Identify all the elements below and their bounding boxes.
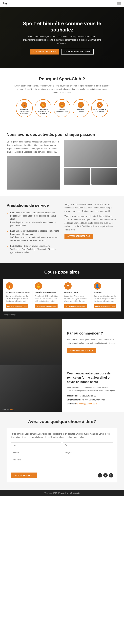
footer: Copyright 2020 - It's Just The Text Temp… xyxy=(0,490,124,496)
testimonials-box: Faites partie de votre communauté, faite… xyxy=(7,428,117,482)
activities-text: Lorem ipsum dolor sit amet, consectetur … xyxy=(7,140,60,154)
why-icon-item-0[interactable]: 🏃COURS DE SIGNATURE ILLIMITÉES xyxy=(16,99,33,117)
services-section: Prestations de service ✓Entraînement per… xyxy=(0,196,124,263)
course-card-0: 🔥 MÉLANGE DE REMISE EN FORME Sample text… xyxy=(3,279,33,312)
course-card-3: 👤 PERSONNEL Sample text. Click to select… xyxy=(91,279,121,312)
services-title: Prestations de service xyxy=(7,203,60,208)
service-item-0: ✓Entraînement personnel : programmes d'e… xyxy=(7,211,60,227)
courses-section: Cours populaires 🔥 MÉLANGE DE REMISE EN … xyxy=(0,263,124,319)
activities-image-3 xyxy=(91,168,118,184)
why-section: Pourquoi Sport-Club ? Lorem ipsum dolor … xyxy=(0,68,124,126)
why-description: Lorem ipsum dolor sit amet, consectetur … xyxy=(14,84,110,94)
submit-btn[interactable]: CONTACTEZ-NOUS xyxy=(11,472,37,478)
why-title: Pourquoi Sport-Club ? xyxy=(10,76,114,82)
footer-text: Copyright 2020 - It's Just The Text Temp… xyxy=(44,492,80,494)
contact-content: Commencez votre parcours de remise en fo… xyxy=(62,365,124,412)
why-icons: 🏃COURS DE SIGNATURE ILLIMITÉES💪FORMATION… xyxy=(10,99,114,117)
service-item-1: ✓Entraînement cardiovasculaire et fracti… xyxy=(7,230,60,242)
course-card-2: ❤ COURS DE CARDIO Sample text. Click to … xyxy=(62,279,91,312)
hero-description: En tant que membre, vous avez accès à de… xyxy=(22,35,102,45)
logo: logo xyxy=(3,2,8,5)
testimonials-title: Avez-vous quelque chose à dire? xyxy=(7,419,117,424)
twitter-icon[interactable]: t xyxy=(103,473,108,478)
start-title: Par où commencer ? xyxy=(67,331,119,336)
email-input[interactable] xyxy=(63,442,113,448)
contact-phone: Téléphone : + 1 (232) 252 55 22 xyxy=(67,394,119,398)
course-btn-0[interactable]: APPRENDRE ENCORE PLUS xyxy=(6,304,28,308)
start-content: Par où commencer ? Sample text. Lorem ip… xyxy=(62,319,124,365)
social-icons: f t G+ xyxy=(98,473,113,478)
facebook-icon[interactable]: f xyxy=(98,473,102,478)
course-btn-1[interactable]: APPRENDRE ENCORE PLUS xyxy=(35,304,58,308)
start-section: Par où commencer ? Sample text. Lorem ip… xyxy=(0,319,124,365)
service-item-2: ✓Body Building : Crée un physique muscul… xyxy=(7,244,60,254)
contact-form: CONTACTEZ-NOUS f t G+ xyxy=(11,442,113,478)
why-icon-item-4[interactable]: 🏠ENTRAÎNEMENTS À DOMICILE xyxy=(91,99,108,117)
hero-section: Sport et bien-être comme vous le souhait… xyxy=(0,7,124,68)
activities-image-1 xyxy=(64,140,117,167)
course-btn-3[interactable]: APPRENDRE ENCORE PLUS xyxy=(94,304,117,308)
testimonial-text: Faites partie de votre communauté, faite… xyxy=(11,432,113,439)
activities-section: Nous avons des activités pour chaque pas… xyxy=(0,126,124,196)
courses-title: Cours populaires xyxy=(0,270,124,275)
courses-grid: 🔥 MÉLANGE DE REMISE EN FORME Sample text… xyxy=(0,279,124,312)
contact-email: Courriel : template@sample.com xyxy=(67,402,119,406)
hamburger-menu[interactable] xyxy=(117,2,121,4)
services-learn-btn[interactable]: APPRENDRE ENCORE PLUS xyxy=(64,234,93,238)
services-right-text-1: Sed julusar pron gravida tienitent lectu… xyxy=(64,203,117,213)
hero-title: Sport et bien-être comme vous le souhait… xyxy=(21,20,103,33)
hero-buttons: CONTINUER LA LECTURE VOIR L'HORAIRE DES … xyxy=(30,49,93,54)
image-credit-2: Image de Gratuit xyxy=(2,408,14,410)
name-input[interactable] xyxy=(11,442,61,448)
hero-outline-btn[interactable]: VOIR L'HORAIRE DES COURS xyxy=(61,49,94,54)
contact-image: Image de Gratuit xyxy=(0,365,62,412)
why-icon-item-1[interactable]: 💪FORMATION PERSONNELLE D'EXPERTS xyxy=(35,99,51,117)
start-btn[interactable]: APPRENDRE ENCORE PLUS xyxy=(67,348,96,353)
activities-title: Nous avons des activités pour chaque pas… xyxy=(7,132,117,137)
googleplus-icon[interactable]: G+ xyxy=(109,473,113,478)
hero-primary-btn[interactable]: CONTINUER LA LECTURE xyxy=(30,49,59,54)
start-text: Sample text. Lorem ipsum dolor sit amet,… xyxy=(67,338,119,345)
services-list: ✓Entraînement personnel : programmes d'e… xyxy=(7,211,60,254)
contact-title: Commencez votre parcours de remise en fo… xyxy=(67,372,119,384)
image-credit: Image de freepik xyxy=(0,314,124,316)
course-btn-2[interactable]: APPRENDRE ENCORE PLUS xyxy=(64,304,87,308)
why-icon-item-3[interactable]: 🏋ESPACES IDÉALES xyxy=(73,99,89,117)
header: logo xyxy=(0,0,124,7)
activities-large-image xyxy=(7,156,60,190)
start-image xyxy=(0,319,62,365)
contact-location: Emplacement : 75 Test Sample, WI 63025 xyxy=(67,398,119,402)
message-textarea[interactable] xyxy=(11,457,113,470)
contact-info-section: Image de Gratuit Commencez votre parcour… xyxy=(0,365,124,412)
why-icon-item-2[interactable]: 🧘PILATES PERSONNALISÉ xyxy=(54,99,70,117)
subject-input[interactable] xyxy=(63,450,113,455)
contact-text: Nous sommes là pour répondre à tous vos … xyxy=(67,386,119,392)
phone-input[interactable] xyxy=(11,450,61,455)
testimonials-section: Avez-vous quelque chose à dire? Faites p… xyxy=(0,412,124,490)
activities-image-2 xyxy=(64,168,90,184)
course-card-1: 💪 ENTRAÎNEMENT ABDOMINAL Sample text. Cl… xyxy=(33,279,62,312)
services-right-text-2: Turpis egestas integer eget aliquet adip… xyxy=(64,214,117,232)
